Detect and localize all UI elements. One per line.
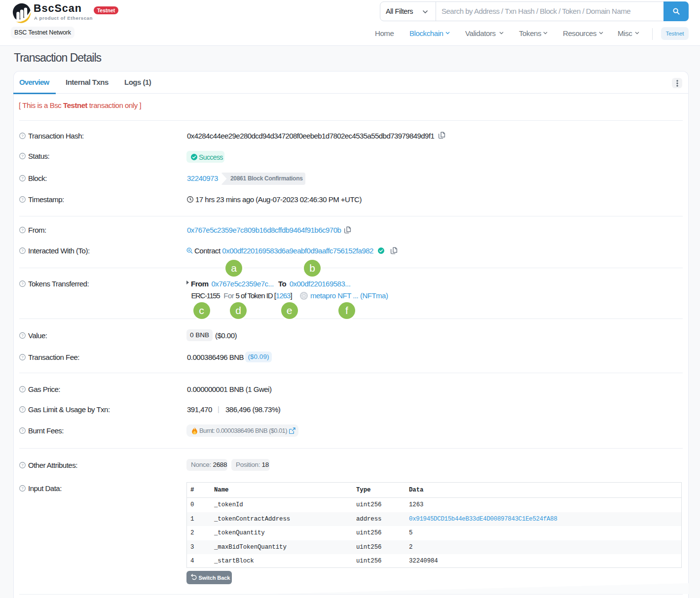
svg-text:?: ?	[21, 154, 24, 158]
svg-text:?: ?	[21, 463, 24, 467]
svg-text:?: ?	[21, 486, 24, 491]
svg-text:?: ?	[21, 197, 24, 202]
svg-text:?: ?	[21, 281, 24, 286]
svg-text:?: ?	[21, 333, 24, 338]
svg-text:?: ?	[21, 355, 24, 359]
svg-text:?: ?	[21, 176, 24, 180]
svg-text:?: ?	[21, 428, 24, 433]
svg-text:?: ?	[21, 407, 24, 412]
svg-text:?: ?	[21, 248, 24, 253]
svg-text:?: ?	[21, 387, 24, 391]
svg-text:?: ?	[21, 228, 24, 232]
svg-text:?: ?	[21, 134, 24, 138]
